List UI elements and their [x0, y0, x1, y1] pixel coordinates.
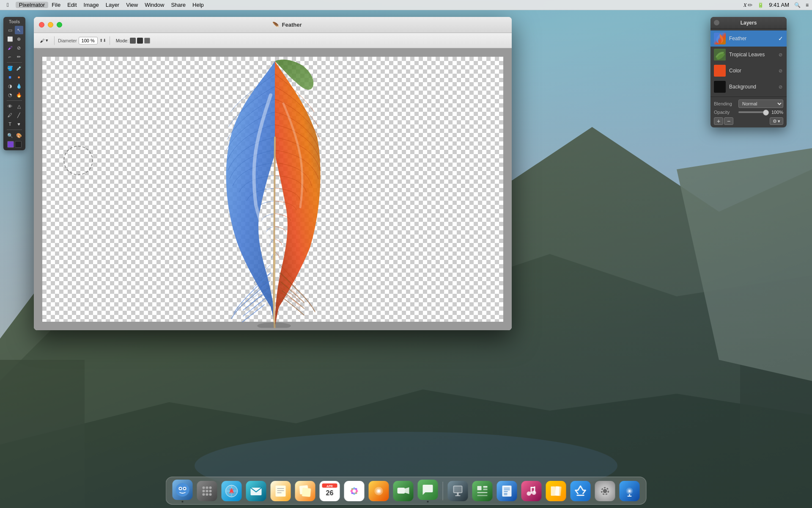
layers-header: Layers — [710, 17, 787, 29]
dock-messages[interactable] — [417, 480, 439, 502]
menubar-wifi[interactable]: 𝛸 ✏ — [743, 2, 752, 8]
tool-eyedropper[interactable]: 💉 — [15, 64, 23, 72]
menubar-window[interactable]: Window — [141, 2, 167, 8]
menubar-help[interactable]: Help — [189, 2, 207, 8]
tool-text[interactable]: T — [6, 120, 14, 128]
tool-heart[interactable]: ♥ — [15, 120, 23, 128]
dock-keynote[interactable] — [447, 480, 469, 502]
dock-music[interactable] — [520, 480, 543, 502]
foreground-color[interactable] — [7, 141, 14, 148]
feather-svg — [205, 53, 340, 328]
dock-calendar[interactable]: APR26 — [318, 480, 341, 502]
color-swatches[interactable] — [7, 140, 22, 149]
layer-settings-button[interactable]: ⚙ ▾ — [770, 117, 783, 125]
apple-menu[interactable]:  — [3, 2, 12, 8]
menubar-ctrl-strip[interactable]: ≡ — [806, 2, 809, 8]
dock-notes[interactable] — [269, 480, 292, 502]
toolbar-brush-options[interactable]: 🖌 ▾ — [37, 37, 51, 44]
dock-facetime[interactable] — [392, 480, 415, 502]
layers-actions: + − ⚙ ▾ — [714, 117, 783, 125]
layer-check-feather: ✓ — [778, 35, 783, 42]
blending-select[interactable]: Normal Multiply Screen Overlay — [738, 99, 783, 108]
layer-item-feather[interactable]: Feather ✓ — [710, 30, 787, 47]
tool-pointer[interactable]: ↖ — [15, 26, 23, 34]
layer-item-tropical-leaves[interactable]: Tropical Leaves ⊘ — [710, 47, 787, 63]
main-window: 🪶 Feather 🖌 ▾ Diameter ⬆⬇ Mode: — [34, 17, 512, 330]
dock-safari[interactable] — [220, 480, 243, 502]
canvas-area[interactable] — [34, 48, 512, 330]
tool-gradient[interactable]: ◑ — [6, 82, 14, 90]
remove-layer-button[interactable]: − — [724, 117, 733, 125]
diameter-input[interactable] — [79, 37, 98, 44]
tool-eraser[interactable]: ⊘ — [15, 44, 23, 52]
maximize-button[interactable] — [57, 22, 62, 28]
tool-square[interactable]: ■ — [6, 73, 14, 81]
dock-airdrop[interactable] — [618, 480, 641, 502]
dock-mail[interactable] — [245, 480, 268, 502]
diameter-stepper[interactable]: ⬆⬇ — [99, 38, 106, 43]
layer-visible-bg[interactable]: ⊘ — [777, 84, 783, 90]
mode-control[interactable]: Mode: — [113, 37, 153, 44]
svg-rect-68 — [477, 495, 488, 496]
menubar-file[interactable]: File — [48, 2, 64, 8]
menubar-search[interactable]: 🔍 — [794, 2, 801, 8]
svg-point-22 — [203, 490, 205, 492]
tool-pencil[interactable]: ✏ — [15, 52, 23, 61]
opacity-value: 100% — [771, 110, 783, 115]
blending-label: Blending — [714, 101, 736, 106]
tool-color-pick[interactable]: 🎨 — [15, 131, 23, 140]
tool-select-rect[interactable]: ▭ — [6, 26, 14, 34]
svg-rect-40 — [302, 488, 311, 497]
menubar-share[interactable]: Share — [167, 2, 189, 8]
menubar-battery: 🔋 — [757, 2, 764, 8]
mode-icon-2 — [137, 38, 143, 44]
tool-eye[interactable]: 👁 — [6, 102, 14, 110]
opacity-row: Opacity 100% — [714, 110, 783, 115]
svg-text:26: 26 — [326, 489, 334, 497]
background-color[interactable] — [15, 141, 22, 148]
notes-icon — [271, 481, 291, 501]
minimize-button[interactable] — [48, 22, 53, 28]
dock-appstore[interactable] — [569, 480, 592, 502]
tool-transform[interactable]: ⊕ — [15, 35, 23, 43]
diameter-control: Diameter ⬆⬇ — [58, 37, 106, 44]
dock-pages[interactable] — [496, 480, 518, 502]
tool-pen[interactable]: 🖊 — [6, 111, 14, 119]
dock-stickies[interactable] — [294, 480, 317, 502]
tool-select-lasso[interactable]: ⌐ — [6, 52, 14, 61]
tool-select-rect2[interactable]: ⬜ — [6, 35, 14, 43]
dock-photos[interactable] — [343, 480, 366, 502]
dock-numbers[interactable] — [471, 480, 494, 502]
tool-eyedrop-fill[interactable]: 🪣 — [6, 64, 14, 72]
menubar-view[interactable]: View — [123, 2, 141, 8]
dock-iphoto[interactable] — [368, 480, 390, 502]
settings-arrow: ▾ — [778, 119, 780, 124]
close-button[interactable] — [39, 22, 44, 28]
tool-zoom[interactable]: 🔍 — [6, 131, 14, 140]
tool-circle[interactable]: ● — [15, 73, 23, 81]
tool-dodge[interactable]: ◔ — [6, 91, 14, 99]
opacity-slider[interactable] — [738, 111, 769, 113]
layer-visible-color[interactable]: ⊘ — [777, 68, 783, 74]
layer-item-color[interactable]: Color ⊘ — [710, 63, 787, 79]
layer-name-background: Background — [729, 84, 774, 90]
dock-books[interactable] — [545, 480, 568, 502]
menubar-app-name[interactable]: Pixelmator — [16, 2, 48, 8]
tool-burn[interactable]: 🔥 — [15, 91, 23, 99]
menubar-image[interactable]: Image — [80, 2, 102, 8]
tool-line[interactable]: ╱ — [15, 111, 23, 119]
tool-paint[interactable]: 🖌 — [6, 44, 14, 52]
menubar-layer[interactable]: Layer — [102, 2, 123, 8]
tool-triangle[interactable]: △ — [15, 102, 23, 110]
blending-row: Blending Normal Multiply Screen Overlay — [714, 99, 783, 108]
tool-smudge[interactable]: 💧 — [15, 82, 23, 90]
dock-launchpad[interactable] — [196, 480, 219, 502]
menubar-edit[interactable]: Edit — [64, 2, 80, 8]
layers-title: Layers — [741, 20, 757, 26]
layers-close-button[interactable] — [714, 20, 719, 25]
dock-finder[interactable] — [171, 480, 194, 502]
layer-visible-leaves[interactable]: ⊘ — [777, 52, 783, 58]
add-layer-button[interactable]: + — [714, 117, 723, 125]
layer-item-background[interactable]: Background ⊘ — [710, 79, 787, 95]
dock-system-prefs[interactable] — [594, 480, 617, 502]
